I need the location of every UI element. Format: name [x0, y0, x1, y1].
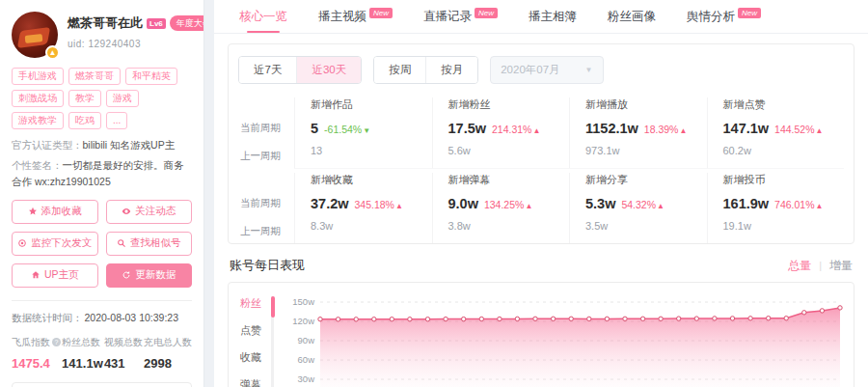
follow-activity-button[interactable]: 关注动态	[106, 200, 193, 224]
tag[interactable]: 刺激战场	[12, 90, 64, 107]
home-icon	[31, 270, 41, 280]
month-select-value: 2020年07月	[501, 63, 559, 77]
period-segment: 按周 按月	[373, 56, 478, 84]
user-uid: uid: 129240403	[68, 39, 192, 49]
range-segment: 近7天 近30天	[238, 56, 362, 84]
up-homepage-button[interactable]: UP主页	[12, 263, 98, 288]
avatar-level-badge-icon: ▲	[45, 45, 60, 60]
tag[interactable]: 游戏	[106, 90, 139, 107]
card-current: 37.2w	[311, 196, 349, 211]
card-change: 144.52%▲	[774, 124, 823, 135]
card-title: 新增作品	[311, 97, 432, 112]
new-badge: New	[475, 8, 498, 18]
mode-total[interactable]: 总量	[788, 258, 811, 274]
trend-arrow-icon: ▲	[525, 202, 532, 210]
tab-live-records[interactable]: 直播记录New	[423, 0, 498, 33]
tab-total-data[interactable]: 总数数据	[26, 383, 76, 387]
tab-label: 核心一览	[239, 9, 287, 25]
tab-label: 播主相簿	[529, 9, 577, 25]
find-similar-button[interactable]: 查找相似号	[106, 232, 193, 256]
card-new-shares: 新增分享 5.3w54.32%▲ 3.5w	[569, 173, 707, 243]
card-current: 161.9w	[723, 196, 770, 211]
range-30d-button[interactable]: 近30天	[296, 57, 361, 83]
card-current: 147.1w	[723, 121, 770, 136]
card-prev: 973.1w	[585, 145, 707, 156]
main-content: 近7天 近30天 按周 按月 2020年07月 ▼ 当前周期	[214, 43, 868, 387]
card-title: 新增投币	[723, 173, 845, 187]
card-new-works: 新增作品 5-61.54%▼ 13	[294, 97, 432, 169]
card-change: 214.31%▲	[492, 124, 540, 135]
chart-legend: 粉丝 点赞 收藏 弹幕 投币	[229, 294, 267, 387]
tag[interactable]: 手机游戏	[12, 68, 64, 85]
card-percent: 54.32%	[621, 199, 656, 210]
trend-arrow-icon: ▼	[363, 126, 370, 135]
tag[interactable]: 教学	[68, 90, 101, 107]
card-prev: 5.6w	[448, 145, 570, 156]
metric-label: 充电总人数	[144, 336, 192, 349]
metric-total-videos: 视频总数 431	[104, 336, 143, 371]
svg-text:30w: 30w	[298, 373, 315, 384]
info-icon[interactable]: ?	[52, 338, 61, 346]
filter-row: 近7天 近30天 按周 按月 2020年07月 ▼	[238, 56, 844, 84]
metric-total-chargers: 充电总人数 2998	[144, 336, 192, 371]
level-badge: Lv6	[147, 18, 166, 29]
by-week-button[interactable]: 按周	[374, 57, 425, 83]
overview-panel: 近7天 近30天 按周 按月 2020年07月 ▼ 当前周期	[228, 43, 854, 244]
profile-info: 燃茶哥哥在此 Lv6 年度大会员 uid: 129240403	[68, 12, 192, 58]
mode-toggle: 总量 | 增量	[788, 258, 853, 274]
card-percent: 214.31%	[492, 124, 531, 135]
row-labels: 当前周期 上一周期	[238, 197, 294, 243]
card-title: 新增收藏	[311, 173, 432, 187]
legend-likes[interactable]: 点赞	[240, 323, 267, 338]
totals-panel: 总数数据 平均数据 播放总数1.3亿 点赞总数747.8w 收藏总数162.9w…	[12, 382, 192, 387]
range-7d-button[interactable]: 近7天	[239, 57, 296, 83]
card-prev: 3.5w	[585, 220, 707, 232]
tag[interactable]: 燃茶哥哥	[68, 68, 121, 85]
card-new-favorites: 新增收藏 37.2w345.18%▲ 8.3w	[294, 173, 432, 243]
button-label: 监控下次发文	[31, 236, 92, 250]
legend-scrollbar[interactable]	[271, 296, 274, 387]
legend-danmu[interactable]: 弹幕	[240, 377, 267, 387]
tag[interactable]: 和平精英	[125, 68, 177, 85]
tag[interactable]: 吃鸡	[68, 112, 101, 129]
stat-time-label: 数据统计时间：	[12, 312, 83, 323]
refresh-data-button[interactable]: 更新数据	[106, 263, 193, 288]
legend-fans[interactable]: 粉丝	[240, 296, 267, 311]
by-month-button[interactable]: 按月	[425, 57, 477, 83]
card-change: -61.54%▼	[324, 124, 370, 135]
tag-list: 手机游戏 燃茶哥哥 和平精英 刺激战场 教学 游戏 游戏教学 吃鸡 ...	[12, 68, 192, 129]
tab-videos[interactable]: 播主视频New	[318, 0, 393, 33]
card-current: 9.0w	[448, 196, 478, 211]
mode-delta[interactable]: 增量	[829, 258, 853, 274]
button-label: 添加收藏	[41, 205, 82, 218]
card-prev: 8.3w	[311, 220, 432, 232]
legend-favorites[interactable]: 收藏	[240, 350, 267, 365]
tab-core-overview[interactable]: 核心一览	[239, 0, 287, 33]
tab-sentiment[interactable]: 舆情分析New	[687, 0, 761, 33]
tag-more[interactable]: ...	[106, 112, 127, 129]
daily-performance-header: 账号每日表现 总量 | 增量	[230, 257, 853, 274]
tab-fan-profile[interactable]: 粉丝画像	[608, 0, 656, 33]
sidebar-divider	[12, 300, 192, 301]
card-new-coins: 新增投币 161.9w746.01%▲ 19.1w	[707, 173, 845, 243]
card-new-plays: 新增播放 1152.1w18.39%▲ 973.1w	[569, 97, 707, 169]
trend-arrow-icon: ▲	[679, 126, 687, 135]
tab-average-data[interactable]: 平均数据	[101, 383, 151, 387]
search-icon	[117, 238, 126, 248]
add-favorite-button[interactable]: 添加收藏	[12, 200, 98, 224]
card-current: 5.3w	[585, 196, 615, 211]
card-percent: 345.18%	[355, 199, 394, 210]
monitor-next-post-button[interactable]: 监控下次发文	[12, 232, 98, 256]
fans-area-chart[interactable]: 030w60w90w120w150w2020070420200706202007…	[282, 294, 848, 387]
tag[interactable]: 游戏教学	[12, 112, 64, 129]
card-percent: 18.39%	[644, 124, 679, 135]
tab-albums[interactable]: 播主相簿	[529, 0, 577, 33]
monitor-icon	[17, 238, 27, 248]
card-title: 新增分享	[585, 173, 707, 187]
month-select[interactable]: 2020年07月 ▼	[490, 56, 603, 84]
legend-scrollbar-thumb[interactable]	[271, 296, 275, 318]
card-change: 54.32%▲	[621, 199, 665, 210]
app-root: ▲ 燃茶哥哥在此 Lv6 年度大会员 uid: 129240403 手机游戏 燃…	[0, 0, 868, 387]
verify-line: 官方认证类型：bilibili 知名游戏UP主	[12, 137, 192, 152]
signature-label: 个性签名：	[12, 159, 63, 171]
